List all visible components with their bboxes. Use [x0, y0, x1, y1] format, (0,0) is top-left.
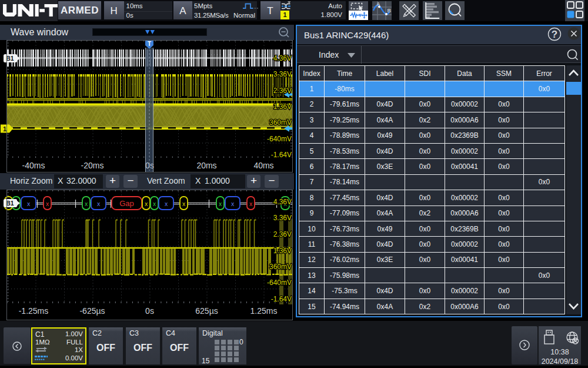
svg-text:625µs: 625µs — [195, 306, 218, 316]
svg-text:x: x — [231, 200, 235, 207]
svg-text:-40ms: -40ms — [22, 161, 45, 170]
svg-text:x: x — [182, 200, 186, 207]
svg-text:360mV: 360mV — [269, 263, 292, 271]
svg-text:x: x — [249, 200, 253, 207]
svg-text:B1: B1 — [6, 55, 14, 62]
svg-text:A: A — [376, 1, 380, 7]
svg-text:x: x — [165, 200, 168, 207]
svg-text:1: 1 — [3, 125, 6, 132]
svg-text:-1.25ms: -1.25ms — [19, 306, 49, 316]
svg-text:-640mV: -640mV — [267, 279, 292, 287]
svg-text:0s: 0s — [145, 306, 154, 316]
svg-text:0s: 0s — [145, 161, 154, 170]
svg-text:?: ? — [552, 29, 557, 40]
svg-text:-1.64V: -1.64V — [271, 295, 292, 303]
svg-text:1.36V: 1.36V — [273, 102, 292, 111]
svg-text:T: T — [148, 41, 151, 47]
svg-text:Gap: Gap — [119, 199, 134, 208]
svg-text:-20ms: -20ms — [81, 161, 104, 170]
svg-text:3.36V: 3.36V — [273, 70, 292, 78]
svg-text:2.36V: 2.36V — [273, 87, 292, 95]
svg-text:1.25ms: 1.25ms — [250, 306, 278, 316]
svg-text:x: x — [153, 200, 156, 207]
svg-text:2.36V: 2.36V — [273, 230, 292, 238]
svg-text:20ms: 20ms — [196, 161, 216, 170]
svg-text:360mV: 360mV — [269, 118, 292, 127]
svg-text:B1: B1 — [6, 200, 14, 207]
svg-text:4.36V: 4.36V — [273, 54, 292, 62]
svg-text:x: x — [219, 200, 222, 207]
svg-text:4.36V: 4.36V — [273, 198, 292, 206]
svg-text:x: x — [97, 200, 101, 207]
svg-text:40ms: 40ms — [253, 161, 273, 170]
svg-text:1.36V: 1.36V — [273, 247, 292, 255]
svg-text:B: B — [387, 8, 392, 14]
svg-text:x: x — [85, 200, 88, 207]
svg-text:x: x — [145, 200, 148, 207]
svg-text:x: x — [27, 200, 31, 207]
svg-text:3.36V: 3.36V — [273, 214, 292, 222]
svg-text:-625µs: -625µs — [79, 306, 105, 316]
svg-text:-640mV: -640mV — [267, 135, 292, 143]
svg-text:-1.64V: -1.64V — [271, 151, 292, 159]
svg-text:x: x — [46, 200, 49, 207]
